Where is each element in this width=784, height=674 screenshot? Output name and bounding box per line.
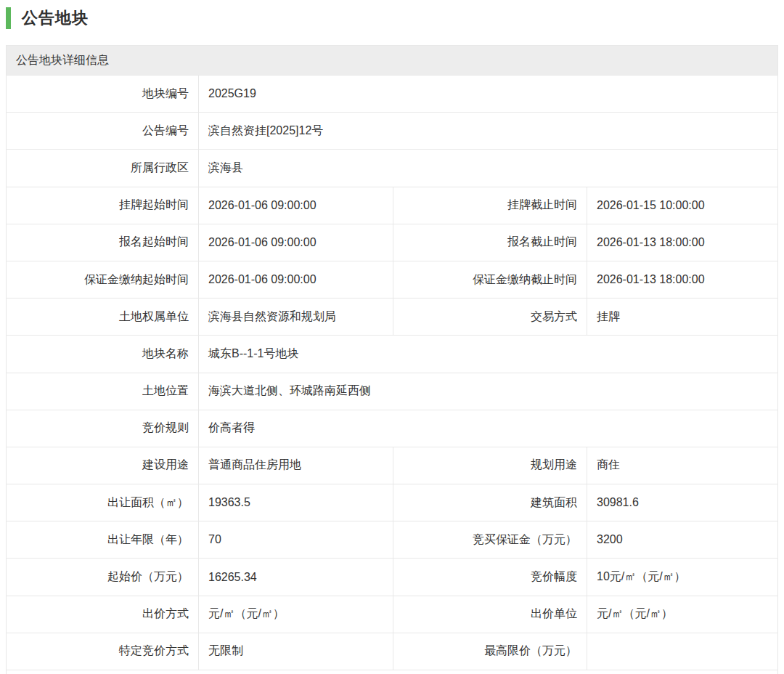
field-value: 2026-01-13 18:00:00: [587, 224, 777, 261]
field-value: 商住: [587, 447, 777, 484]
table-row-listing-time: 挂牌起始时间 2026-01-06 09:00:00 挂牌截止时间 2026-0…: [7, 187, 777, 224]
field-label: 挂牌截止时间: [393, 187, 587, 224]
field-value: 2026-01-06 09:00:00: [198, 224, 393, 261]
table-row-bid-method: 出价方式 元/㎡（元/㎡） 出价单位 元/㎡（元/㎡）: [7, 596, 777, 633]
field-label: 保证金缴纳起始时间: [7, 261, 198, 298]
field-label: 地块名称: [7, 336, 198, 372]
field-label: 交易方式: [393, 299, 587, 335]
table-row-ownership-unit: 土地权属单位 滨海县自然资源和规划局 交易方式 挂牌: [7, 299, 777, 336]
table-row-partial: [7, 670, 777, 674]
table-row-registration-time: 报名起始时间 2026-01-06 09:00:00 报名截止时间 2026-0…: [7, 224, 777, 261]
table-row-term-deposit: 出让年限（年） 70 竞买保证金（万元） 3200: [7, 521, 777, 559]
field-value: 10元/㎡（元/㎡）: [587, 559, 777, 595]
announcement-detail-panel: 公告地块详细信息 地块编号 2025G19 公告编号 滨自然资挂[2025]12…: [6, 45, 778, 674]
field-value: 3200: [587, 521, 777, 558]
table-row-parcel-name: 地块名称 城东B--1-1号地块: [7, 336, 777, 373]
field-label: 出价单位: [393, 596, 587, 633]
field-label: 竞价规则: [7, 410, 198, 447]
table-row-parcel-number: 地块编号 2025G19: [7, 76, 777, 113]
table-row-land-location: 土地位置 海滨大道北侧、环城路南延西侧: [7, 373, 777, 410]
field-label: 保证金缴纳截止时间: [393, 261, 587, 298]
field-value: 70: [198, 521, 393, 558]
field-value: 19363.5: [198, 484, 393, 521]
field-value: 滨自然资挂[2025]12号: [198, 113, 777, 149]
field-value: 2026-01-13 18:00:00: [587, 261, 777, 298]
field-value: 30981.6: [587, 484, 777, 521]
field-label: 所属行政区: [7, 150, 198, 186]
field-label: 建筑面积: [393, 484, 587, 521]
field-label: 出价方式: [7, 596, 198, 633]
table-row-construction-use: 建设用途 普通商品住房用地 规划用途 商住: [7, 447, 777, 484]
field-value: 元/㎡（元/㎡）: [198, 596, 393, 633]
field-value: 挂牌: [587, 299, 777, 335]
field-label: 土地位置: [7, 373, 198, 410]
table-row-announcement-number: 公告编号 滨自然资挂[2025]12号: [7, 113, 777, 150]
field-label: 特定竞价方式: [7, 633, 198, 670]
page-title-bar: 公告地块: [6, 6, 784, 31]
field-value: 滨海县自然资源和规划局: [198, 299, 393, 335]
field-value: 海滨大道北侧、环城路南延西侧: [198, 373, 777, 410]
field-value: 普通商品住房用地: [198, 447, 393, 484]
table-row-area: 出让面积（㎡） 19363.5 建筑面积 30981.6: [7, 484, 777, 521]
field-label: 报名截止时间: [393, 224, 587, 261]
table-row-district: 所属行政区 滨海县: [7, 150, 777, 187]
field-value: 元/㎡（元/㎡）: [587, 596, 777, 633]
field-value: 2026-01-06 09:00:00: [198, 261, 393, 298]
field-label: 最高限价（万元）: [393, 633, 587, 670]
field-label: 起始价（万元）: [7, 559, 198, 595]
page-title: 公告地块: [22, 7, 89, 29]
accent-bar-icon: [6, 7, 11, 29]
field-label: 公告编号: [7, 113, 198, 149]
field-label: 竞买保证金（万元）: [393, 521, 587, 558]
field-value: 2025G19: [198, 76, 777, 112]
field-label: 竞价幅度: [393, 559, 587, 595]
field-value: 滨海县: [198, 150, 777, 186]
field-label: 报名起始时间: [7, 224, 198, 261]
panel-header: 公告地块详细信息: [7, 46, 777, 76]
table-row-special-bidding: 特定竞价方式 无限制 最高限价（万元）: [7, 633, 777, 670]
field-label: 建设用途: [7, 447, 198, 484]
field-value: 无限制: [198, 633, 393, 670]
field-value: 16265.34: [198, 559, 393, 595]
field-label: 出让面积（㎡）: [7, 484, 198, 521]
field-label: 出让年限（年）: [7, 521, 198, 558]
field-value: 2026-01-06 09:00:00: [198, 187, 393, 224]
field-label: 地块编号: [7, 76, 198, 112]
table-row-bidding-rule: 竞价规则 价高者得: [7, 410, 777, 447]
table-row-deposit-time: 保证金缴纳起始时间 2026-01-06 09:00:00 保证金缴纳截止时间 …: [7, 261, 777, 299]
field-value: 2026-01-15 10:00:00: [587, 187, 777, 224]
field-value: 价高者得: [198, 410, 777, 447]
table-row-start-price: 起始价（万元） 16265.34 竞价幅度 10元/㎡（元/㎡）: [7, 559, 777, 596]
field-label: 土地权属单位: [7, 299, 198, 335]
field-value: 城东B--1-1号地块: [198, 336, 777, 372]
field-label: 规划用途: [393, 447, 587, 484]
field-label: 挂牌起始时间: [7, 187, 198, 224]
field-value: [587, 633, 777, 670]
